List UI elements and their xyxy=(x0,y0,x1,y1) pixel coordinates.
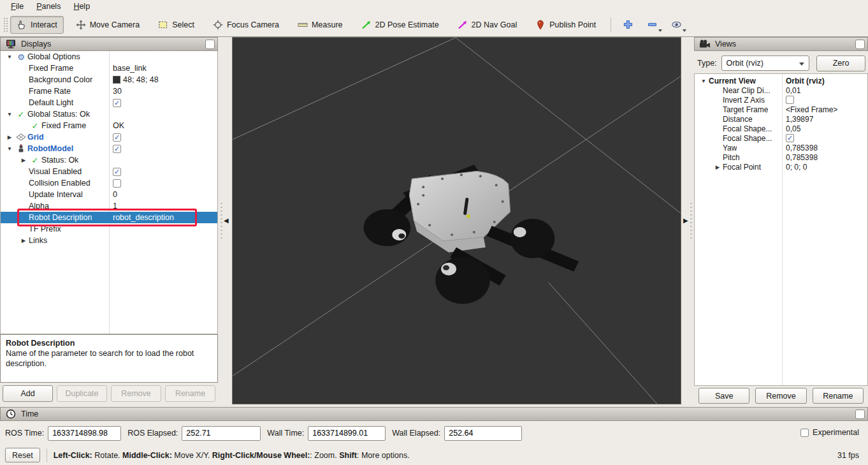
tool-2d-nav-goal[interactable]: 2D Nav Goal xyxy=(451,16,524,34)
property-row-fixed-frame[interactable]: Fixed Framebase_link xyxy=(1,63,217,74)
property-value: 48; 48; 48 xyxy=(123,75,159,84)
expander-right-icon[interactable]: ▶ xyxy=(4,134,15,140)
tool-select[interactable]: Select xyxy=(152,16,201,34)
tool-measure[interactable]: Measure xyxy=(291,16,349,34)
views-float-button[interactable] xyxy=(855,40,865,49)
property-row-distance[interactable]: Distance1,39897 xyxy=(695,114,867,124)
expander-down-icon[interactable]: ▼ xyxy=(4,111,15,117)
property-checkbox[interactable]: ✓ xyxy=(786,134,794,142)
property-row-fixed-frame[interactable]: ✓Fixed FrameOK xyxy=(1,120,217,131)
duplicate-button[interactable]: Duplicate xyxy=(57,385,107,402)
experimental-checkbox[interactable] xyxy=(800,429,809,437)
expander-right-icon[interactable]: ▶ xyxy=(18,237,29,244)
3d-viewport[interactable] xyxy=(232,37,681,404)
time-field-input[interactable] xyxy=(444,426,522,441)
views-tree: ▼Current ViewOrbit (rviz)Near Clip Di...… xyxy=(694,73,868,386)
expander-right-icon[interactable]: ▶ xyxy=(18,157,29,163)
property-row-focal-point[interactable]: ▶Focal Point0; 0; 0 xyxy=(695,162,867,172)
menu-panels[interactable]: Panels xyxy=(31,1,66,11)
property-row-invert-z-axis[interactable]: Invert Z Axis xyxy=(695,95,867,105)
remove-button[interactable]: Remove xyxy=(755,388,806,404)
property-row-robotmodel[interactable]: ▼RobotModel✓ xyxy=(1,143,217,154)
property-row-yaw[interactable]: Yaw0,785398 xyxy=(695,143,867,152)
property-row-focal-shape[interactable]: Focal Shape...0,05 xyxy=(695,124,867,133)
expander-down-icon[interactable]: ▼ xyxy=(698,78,709,84)
property-row-global-options[interactable]: ▼⚙Global Options xyxy=(1,51,217,63)
tool-tool-visibility-eye[interactable] xyxy=(666,15,688,34)
property-label: Visual Enabled xyxy=(29,167,82,176)
time-field-ros-elapsed: ROS Elapsed: xyxy=(127,426,261,441)
focus-camera-icon xyxy=(213,20,224,30)
property-row-visual-enabled[interactable]: Visual Enabled✓ xyxy=(1,166,217,177)
property-row-current-view[interactable]: ▼Current ViewOrbit (rviz) xyxy=(695,76,867,85)
displays-float-button[interactable] xyxy=(205,40,215,49)
property-row-pitch[interactable]: Pitch0,785398 xyxy=(695,152,867,162)
add-button[interactable]: Add xyxy=(3,385,53,402)
add-tool-plus-icon xyxy=(623,19,634,30)
property-row-links[interactable]: ▶Links xyxy=(1,235,217,246)
property-row-tf-prefix[interactable]: TF Prefix xyxy=(1,223,217,235)
expander-right-icon[interactable]: ▶ xyxy=(712,164,723,170)
experimental-row: Experimental xyxy=(800,428,859,437)
rename-button[interactable]: Rename xyxy=(165,385,215,402)
help-segment: Middle-Click: xyxy=(122,451,172,460)
color-swatch[interactable] xyxy=(113,76,120,84)
property-row-frame-rate[interactable]: Frame Rate30 xyxy=(1,85,217,97)
tool-remove-tool-minus[interactable] xyxy=(642,15,663,34)
time-field-input[interactable] xyxy=(48,426,121,441)
left-splitter[interactable]: ◀ xyxy=(218,37,232,404)
time-field-label: ROS Time: xyxy=(5,429,44,438)
property-row-robot-description[interactable]: Robot Descriptionrobot_description xyxy=(1,212,217,223)
collapse-left-arrow-icon[interactable]: ◀ xyxy=(224,217,229,224)
property-checkbox[interactable]: ✓ xyxy=(113,99,121,107)
expander-down-icon[interactable]: ▼ xyxy=(4,145,15,152)
property-row-global-status-ok[interactable]: ▼✓Global Status: Ok xyxy=(1,108,217,120)
property-row-background-color[interactable]: Background Color48; 48; 48 xyxy=(1,74,217,85)
zero-button[interactable]: Zero xyxy=(816,55,865,71)
toolbar-drag-handle[interactable] xyxy=(3,17,8,33)
menu-mnemonic: P xyxy=(36,2,41,11)
time-panel-titlebar[interactable]: Time xyxy=(0,407,868,421)
time-float-button[interactable] xyxy=(855,410,865,419)
displays-panel-titlebar[interactable]: Displays xyxy=(0,37,218,51)
check-icon: ✓ xyxy=(29,122,41,130)
chevron-down-icon xyxy=(799,63,804,66)
property-label: Fixed Frame xyxy=(29,64,73,73)
remove-button[interactable]: Remove xyxy=(111,385,161,402)
rename-button[interactable]: Rename xyxy=(813,388,864,404)
property-checkbox[interactable]: ✓ xyxy=(113,133,121,142)
tool-publish-point[interactable]: Publish Point xyxy=(529,16,602,34)
tool-add-tool-plus[interactable] xyxy=(618,15,639,34)
tool-focus-camera[interactable]: Focus Camera xyxy=(206,16,286,34)
time-field-input[interactable] xyxy=(182,426,261,441)
reset-button[interactable]: Reset xyxy=(5,448,40,462)
property-row-collision-enabled[interactable]: Collision Enabled xyxy=(1,177,217,189)
views-panel-titlebar[interactable]: Views xyxy=(694,37,868,51)
property-row-near-clip-di[interactable]: Near Clip Di...0,01 xyxy=(695,85,867,95)
property-checkbox[interactable] xyxy=(786,96,794,104)
property-checkbox[interactable] xyxy=(113,179,121,188)
save-button[interactable]: Save xyxy=(698,388,749,404)
property-row-target-frame[interactable]: Target Frame<Fixed Frame> xyxy=(695,105,867,114)
tool-2d-pose-estimate[interactable]: 2D Pose Estimate xyxy=(355,16,445,34)
right-splitter[interactable]: ▶ xyxy=(681,37,695,404)
property-row-focal-shape[interactable]: Focal Shape...✓ xyxy=(695,133,867,143)
displays-panel-title: Displays xyxy=(21,40,51,48)
view-type-select[interactable]: Orbit (rviz) xyxy=(721,55,809,71)
property-row-status-ok[interactable]: ▶✓Status: Ok xyxy=(1,154,217,166)
property-checkbox[interactable]: ✓ xyxy=(113,145,121,153)
property-row-default-light[interactable]: Default Light✓ xyxy=(1,97,217,108)
expander-down-icon[interactable]: ▼ xyxy=(4,54,15,60)
menu-file[interactable]: File xyxy=(5,1,29,11)
property-row-alpha[interactable]: Alpha1 xyxy=(1,200,217,212)
property-row-grid[interactable]: ▶Grid✓ xyxy=(1,131,217,143)
remove-tool-minus-icon xyxy=(647,19,658,30)
time-field-input[interactable] xyxy=(308,426,386,441)
tool-move-camera[interactable]: Move Camera xyxy=(69,16,147,34)
toolbar: InteractMove CameraSelectFocus CameraMea… xyxy=(0,13,868,37)
property-checkbox[interactable]: ✓ xyxy=(113,168,121,176)
collapse-right-arrow-icon[interactable]: ▶ xyxy=(683,217,688,224)
property-row-update-interval[interactable]: Update Interval0 xyxy=(1,189,217,200)
menu-help[interactable]: Help xyxy=(68,1,96,11)
tool-interact[interactable]: Interact xyxy=(10,16,64,34)
